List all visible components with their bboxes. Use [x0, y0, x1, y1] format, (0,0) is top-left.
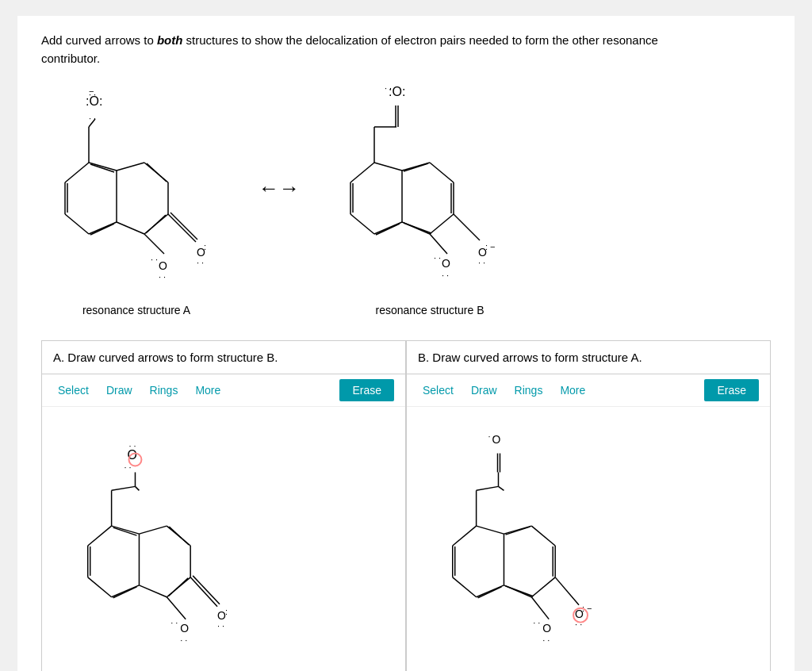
svg-text::: :: [225, 607, 228, 616]
svg-line-47: [430, 214, 454, 234]
svg-line-118: [531, 597, 549, 619]
structure-a-label: resonance structure A: [82, 304, 190, 316]
svg-line-74: [113, 587, 137, 598]
svg-text:·  ·: · ·: [159, 272, 166, 282]
panel-b-rings-button[interactable]: Rings: [510, 381, 548, 400]
svg-text:·  ·: · ·: [442, 270, 449, 280]
svg-line-89: [190, 577, 217, 607]
panel-b: B. Draw curved arrows to form structure …: [406, 340, 771, 671]
instructions-text: Add curved arrows to both structures to …: [41, 32, 676, 67]
structure-a-svg: · · − :O: · ·: [41, 83, 232, 297]
svg-line-50: [404, 223, 431, 233]
svg-text:O: O: [542, 622, 551, 635]
svg-line-76: [139, 526, 167, 534]
panel-a-rings-button[interactable]: Rings: [145, 381, 183, 400]
svg-line-45: [430, 163, 454, 182]
svg-text::: :: [204, 242, 206, 251]
svg-line-99: [453, 526, 477, 546]
svg-line-38: [350, 214, 374, 234]
svg-line-113: [505, 586, 533, 596]
svg-line-110: [531, 577, 555, 597]
svg-line-41: [374, 163, 402, 171]
panel-a-title: A. Draw curved arrows to form structure …: [53, 351, 278, 364]
svg-line-85: [167, 597, 186, 619]
panel-a-drawing: · · O · ·: [42, 407, 405, 671]
panel-b-select-button[interactable]: Select: [418, 381, 458, 400]
panels-row: A. Draw curved arrows to form structure …: [41, 340, 771, 671]
svg-line-18: [117, 222, 144, 234]
svg-line-53: [430, 234, 447, 254]
panel-a-more-button[interactable]: More: [190, 381, 225, 400]
svg-line-13: [90, 164, 114, 172]
svg-line-67: [88, 526, 112, 546]
svg-line-80: [139, 585, 167, 597]
panel-b-header: B. Draw curved arrows to form structure …: [407, 341, 770, 374]
svg-line-22: [144, 234, 164, 254]
page: Add curved arrows to both structures to …: [17, 16, 795, 671]
svg-line-117: [498, 486, 504, 490]
svg-line-82: [168, 578, 188, 596]
svg-line-12: [90, 224, 114, 235]
svg-line-20: [146, 215, 166, 233]
svg-text:·  ·: · ·: [197, 258, 204, 267]
panel-b-title: B. Draw curved arrows to form structure …: [418, 351, 642, 364]
svg-line-26: [168, 214, 196, 242]
svg-line-72: [112, 526, 140, 534]
svg-line-5: [65, 163, 89, 182]
svg-line-106: [478, 587, 502, 598]
svg-text:·  ·: · ·: [434, 253, 441, 263]
svg-text:·  ·: · ·: [385, 83, 392, 93]
panel-b-drawing: O · ·: [407, 407, 770, 671]
svg-line-81: [169, 527, 189, 545]
panel-a-draw-button[interactable]: Draw: [102, 381, 137, 400]
svg-text:·  ·: · ·: [170, 618, 178, 627]
svg-line-108: [531, 526, 555, 546]
svg-text:O: O: [159, 259, 167, 272]
svg-text:·  ·: · ·: [151, 255, 158, 264]
svg-line-19: [147, 163, 167, 182]
svg-line-69: [88, 577, 112, 597]
svg-line-114: [505, 527, 530, 535]
svg-line-7: [65, 214, 89, 234]
svg-line-101: [453, 577, 477, 597]
panel-a-header: A. Draw curved arrows to form structure …: [42, 341, 405, 374]
panel-a-canvas[interactable]: · · O · ·: [42, 407, 405, 671]
svg-text:·  ·: · ·: [488, 431, 496, 441]
structure-b-container: :O: · ·: [327, 83, 533, 316]
structures-row: · · − :O: · ·: [41, 83, 771, 316]
panel-b-toolbar: Select Draw Rings More Erase: [407, 374, 770, 407]
panel-a-select-button[interactable]: Select: [53, 381, 94, 400]
svg-text:·  ·: · ·: [533, 618, 540, 627]
panel-b-draw-button[interactable]: Draw: [466, 381, 502, 400]
panel-a-erase-button[interactable]: Erase: [339, 379, 394, 401]
structure-a-container: · · − :O: · ·: [41, 83, 232, 316]
svg-line-115: [477, 486, 499, 490]
resonance-arrow-container: ←→: [232, 176, 327, 201]
panel-b-canvas[interactable]: O · ·: [407, 407, 770, 671]
svg-line-10: [89, 163, 117, 171]
svg-text::O:: :O:: [86, 94, 102, 108]
svg-text:·  ·: · ·: [180, 635, 187, 645]
svg-line-104: [477, 526, 504, 534]
svg-text:·  ·: · ·: [478, 258, 485, 267]
svg-line-27: [170, 213, 197, 240]
svg-line-83: [112, 486, 136, 490]
svg-line-122: [555, 577, 579, 605]
svg-text:O: O: [180, 622, 189, 635]
resonance-arrow-icon: ←→: [259, 176, 300, 201]
panel-a: A. Draw curved arrows to form structure …: [41, 340, 406, 671]
structure-b-label: resonance structure B: [376, 304, 485, 316]
svg-text::  −: : −: [485, 242, 496, 251]
structure-b-svg: :O: · ·: [327, 83, 533, 297]
svg-line-75: [113, 527, 137, 535]
svg-text:·  ·: · ·: [542, 635, 550, 645]
svg-line-51: [404, 163, 428, 171]
svg-line-36: [350, 163, 374, 182]
svg-line-84: [135, 486, 139, 490]
panel-b-more-button[interactable]: More: [555, 381, 590, 400]
panel-b-erase-button[interactable]: Erase: [704, 379, 759, 401]
svg-line-90: [193, 576, 220, 604]
svg-line-43: [376, 224, 400, 235]
svg-text:O: O: [442, 257, 450, 270]
svg-line-57: [454, 214, 480, 240]
